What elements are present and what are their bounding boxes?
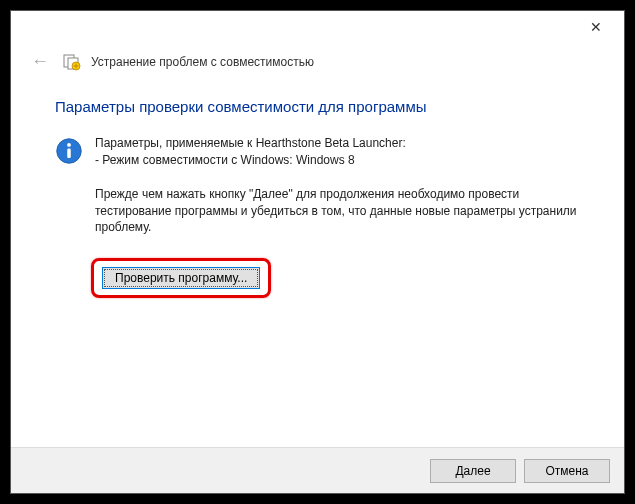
- wizard-title: Устранение проблем с совместимостью: [91, 55, 314, 69]
- info-line-2: - Режим совместимости с Windows: Windows…: [95, 152, 406, 169]
- svg-rect-6: [67, 148, 71, 158]
- wizard-header: ← Устранение проблем с совместимостью: [11, 43, 624, 84]
- annotation-highlight: Проверить программу...: [91, 258, 271, 298]
- cancel-button[interactable]: Отмена: [524, 459, 610, 483]
- info-line-1: Параметры, применяемые к Hearthstone Bet…: [95, 135, 406, 152]
- svg-point-5: [67, 143, 71, 147]
- test-program-button[interactable]: Проверить программу...: [102, 267, 260, 289]
- close-icon[interactable]: ✕: [582, 15, 610, 39]
- compatibility-settings-text: Параметры, применяемые к Hearthstone Bet…: [95, 135, 406, 170]
- titlebar: ✕: [11, 11, 624, 43]
- troubleshooter-icon: [63, 53, 81, 71]
- info-block: Параметры, применяемые к Hearthstone Bet…: [55, 135, 580, 170]
- wizard-footer: Далее Отмена: [11, 447, 624, 493]
- back-arrow-icon: ←: [27, 49, 53, 74]
- info-icon: [55, 137, 83, 165]
- instruction-text: Прежде чем нажать кнопку "Далее" для про…: [95, 186, 580, 236]
- compatibility-troubleshooter-window: ✕ ← Устранение проблем с совместимостью …: [10, 10, 625, 494]
- page-title: Параметры проверки совместимости для про…: [55, 98, 580, 115]
- wizard-body: Параметры проверки совместимости для про…: [11, 84, 624, 447]
- next-button[interactable]: Далее: [430, 459, 516, 483]
